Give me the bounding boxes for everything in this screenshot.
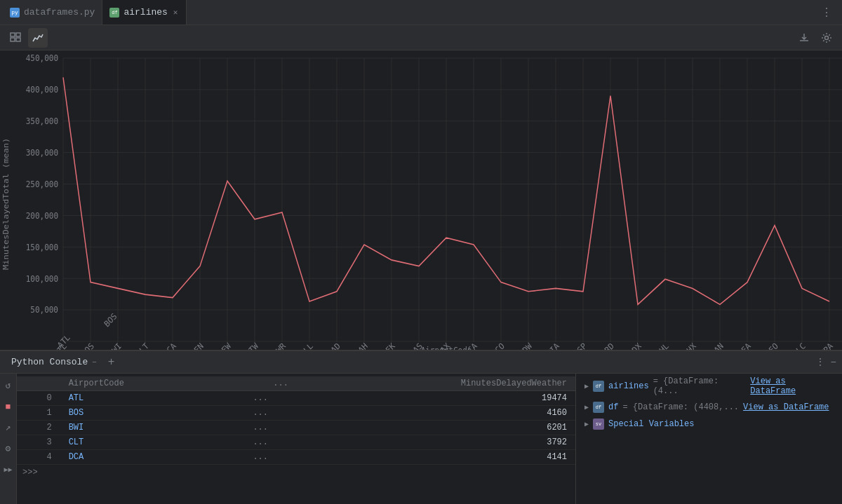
row-airport-2: BWI (60, 421, 225, 435)
table-row: 3 CLT ... 3792 (17, 435, 575, 450)
add-console-button[interactable]: + (105, 356, 118, 369)
col-header-weather: MinutesDelayedWeather (297, 376, 575, 391)
svg-text:BOS: BOS (102, 311, 119, 329)
svg-text:DEN: DEN (189, 341, 206, 350)
external-icon[interactable]: ↗ (2, 421, 15, 434)
row-value-2: 6201 (297, 421, 575, 435)
tab-close-airlines[interactable]: ✕ (172, 6, 180, 18)
panel-tab-bar: Python Console − + ⋮ − (0, 351, 842, 374)
svg-text:JFK: JFK (380, 341, 397, 350)
svg-text:EWR: EWR (271, 341, 288, 350)
tab-icon-py: py (10, 8, 20, 18)
svg-rect-1 (16, 33, 20, 36)
svg-rect-0 (11, 33, 15, 36)
svg-text:SEA: SEA (736, 341, 753, 350)
var-value-df: = {DataFrame: (4408,... (622, 402, 739, 412)
var-icon-df: df (593, 402, 604, 413)
table-icon (10, 32, 21, 43)
row-value-4: 4141 (297, 450, 575, 465)
table-row: 4 DCA ... 4141 (17, 450, 575, 465)
svg-text:350,000: 350,000 (26, 116, 58, 127)
svg-text:IAD: IAD (326, 341, 342, 350)
svg-text:50,000: 50,000 (30, 305, 58, 315)
var-name-airlines: airlines (608, 381, 649, 391)
download-icon (798, 32, 810, 43)
var-item-df[interactable]: ▶ df df = {DataFrame: (4408,... View as … (576, 399, 842, 416)
settings-icon[interactable]: ⚙ (2, 442, 15, 455)
col-header-ellipsis: ... (225, 376, 297, 391)
panel-tab-actions: ⋮ − (815, 356, 836, 368)
tab-bar: py dataframes.py df airlines ✕ ⋮ (0, 0, 842, 25)
python-console-label: Python Console (11, 357, 88, 367)
table-header-row: AirportCode ... MinutesDelayedWeather (17, 376, 575, 391)
reload-icon[interactable]: ↺ (2, 379, 15, 392)
svg-text:DCA: DCA (161, 341, 178, 350)
chart-view-button[interactable] (28, 28, 48, 48)
var-icon-airlines: df (593, 381, 604, 392)
row-ellipsis-4: ... (225, 450, 297, 465)
svg-text:FLL: FLL (298, 341, 315, 350)
table-view-button[interactable] (6, 28, 25, 48)
svg-text:MDW: MDW (517, 341, 534, 350)
svg-point-4 (825, 36, 829, 39)
svg-text:450,000: 450,000 (26, 53, 58, 64)
chart-toolbar (0, 25, 842, 50)
svg-text:MCO: MCO (490, 341, 507, 350)
svg-text:100,000: 100,000 (26, 273, 58, 284)
row-index-3: 3 (17, 435, 60, 450)
panel-more-button[interactable]: ⋮ (815, 356, 825, 368)
side-icon-bar: ↺ ■ ↗ ⚙ ▶▶ (0, 374, 17, 504)
var-item-special[interactable]: ▶ sv Special Variables (576, 416, 842, 433)
svg-rect-3 (16, 38, 20, 41)
panel-minimize-button[interactable]: − (831, 357, 836, 368)
row-value-1: 4160 (297, 406, 575, 421)
svg-text:BWI: BWI (107, 341, 123, 350)
svg-text:CLT: CLT (134, 341, 151, 350)
tab-dataframes[interactable]: py dataframes.py (3, 0, 102, 25)
var-expand-special[interactable]: ▶ (584, 420, 589, 428)
row-index-4: 4 (17, 450, 60, 465)
table-row: 1 BOS ... 4160 (17, 406, 575, 421)
python-console-tab[interactable]: Python Console − (6, 351, 102, 373)
svg-text:SLC: SLC (791, 341, 808, 350)
console-prompt[interactable]: >>> (17, 465, 575, 480)
svg-text:JAH: JAH (353, 341, 370, 350)
tab-label-dataframes: dataframes.py (24, 7, 95, 18)
svg-text:DFW: DFW (216, 341, 233, 350)
var-expand-airlines[interactable]: ▶ (584, 382, 589, 390)
row-value-3: 3792 (297, 435, 575, 450)
row-index-1: 1 (17, 406, 60, 421)
svg-text:TPA: TPA (818, 341, 835, 350)
svg-text:SFO: SFO (763, 341, 780, 350)
tab-more-button[interactable]: ⋮ (814, 6, 839, 20)
toolbar-right (794, 28, 836, 48)
var-link-airlines[interactable]: View as DataFrame (750, 376, 834, 396)
var-item-airlines[interactable]: ▶ df airlines = {DataFrame: (4... View a… (576, 374, 842, 399)
settings-button[interactable] (817, 28, 836, 48)
chart-icon (32, 32, 44, 43)
data-table: AirportCode ... MinutesDelayedWeather 0 … (17, 376, 575, 465)
row-value-0: 19474 (297, 391, 575, 406)
svg-text:PHL: PHL (654, 341, 671, 350)
svg-text:DTW: DTW (243, 341, 260, 350)
skip-icon[interactable]: ▶▶ (2, 463, 15, 476)
var-link-df[interactable]: View as DataFrame (743, 402, 829, 412)
variables-panel: ▶ df airlines = {DataFrame: (4... View a… (575, 374, 842, 504)
download-button[interactable] (794, 28, 814, 48)
table-row: 0 ATL ... 19474 (17, 391, 575, 406)
svg-text:PHX: PHX (681, 341, 698, 350)
stop-icon[interactable]: ■ (2, 400, 15, 413)
col-header-index (17, 376, 60, 391)
svg-text:MIA: MIA (544, 341, 561, 350)
console-close-button[interactable]: − (92, 358, 97, 367)
row-ellipsis-0: ... (225, 391, 297, 406)
var-name-df: df (608, 402, 618, 412)
var-expand-df[interactable]: ▶ (584, 403, 589, 411)
var-icon-special: sv (593, 418, 604, 430)
row-airport-1: BOS (60, 406, 225, 421)
svg-text:SAN: SAN (709, 341, 726, 350)
tab-airlines[interactable]: df airlines ✕ (102, 0, 187, 25)
svg-text:150,000: 150,000 (26, 242, 58, 252)
svg-text:MSP: MSP (572, 341, 589, 350)
row-airport-3: CLT (60, 435, 225, 450)
